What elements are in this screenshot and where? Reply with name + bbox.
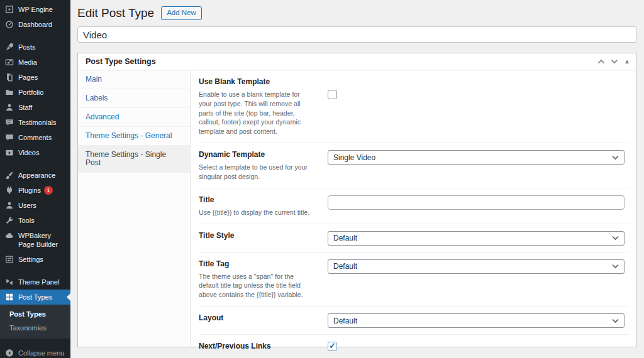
- media-icon: [5, 58, 14, 67]
- use-blank-template-checkbox[interactable]: [328, 90, 337, 99]
- page-title: Edit Post Type: [77, 6, 154, 21]
- sidebar-item-portfolio[interactable]: Portfolio: [0, 85, 70, 100]
- field-control: Default: [328, 231, 625, 246]
- sidebar-item-dashboard[interactable]: Dashboard: [0, 17, 70, 32]
- tab-advanced[interactable]: Advanced: [78, 108, 190, 127]
- sidebar-item-appearance[interactable]: Appearance: [0, 168, 70, 183]
- sidebar-item-wpbakery-page-builder[interactable]: WPBakery Page Builder: [0, 228, 70, 252]
- field-meta: Title TagThe theme uses a "span" for the…: [199, 259, 319, 300]
- field-row-layout: LayoutDefault: [191, 306, 636, 335]
- select-wrap: Default: [328, 231, 625, 246]
- sidebar-item-label: WPBakery Page Builder: [18, 231, 64, 249]
- admin-sidebar: WP EngineDashboardPostsMediaPagesPortfol…: [0, 0, 70, 358]
- sidebar-item-theme-panel[interactable]: Theme Panel: [0, 274, 70, 290]
- field-meta: Next/Previous Links: [199, 342, 319, 351]
- field-label-dynamic-template: Dynamic Template: [199, 150, 311, 160]
- sidebar-item-label: Comments: [18, 133, 52, 142]
- field-description: Use {{title}} to display the current tit…: [199, 208, 311, 217]
- metabox-handle-actions: ▲: [597, 58, 630, 65]
- field-label-next-previous-links: Next/Previous Links: [199, 342, 311, 351]
- sidebar-item-label: Post Types: [18, 293, 52, 301]
- wrench-icon: [5, 216, 14, 225]
- tab-theme-settings-general[interactable]: Theme Settings - General: [78, 127, 190, 146]
- sidebar-item-label: Testimonials: [18, 118, 57, 127]
- sidebar-item-testimonials[interactable]: Testimonials: [0, 115, 70, 130]
- tab-theme-settings-single-post[interactable]: Theme Settings - Single Post: [78, 146, 190, 173]
- sidebar-item-label: Plugins: [18, 186, 41, 195]
- field-label-title: Title: [199, 195, 311, 205]
- submenu-item-post-types[interactable]: Post Types: [0, 307, 70, 321]
- field-control: Default: [328, 313, 625, 328]
- menu-separator: [0, 32, 70, 40]
- wpengine-icon: [5, 5, 14, 14]
- move-down-icon[interactable]: [611, 59, 618, 64]
- select-wrap: Default: [328, 313, 625, 328]
- sidebar-item-label: WP Engine: [18, 5, 53, 14]
- collapse-icon: [5, 349, 14, 357]
- collapse-toggle-icon[interactable]: ▲: [624, 58, 630, 65]
- menu-separator: [0, 267, 70, 274]
- video-icon: [5, 148, 14, 157]
- sidebar-item-posts[interactable]: Posts: [0, 40, 70, 55]
- field-label-layout: Layout: [199, 313, 311, 323]
- metabox-header: Post Type Settings ▲: [78, 53, 636, 70]
- submenu-item-taxonomies[interactable]: Taxonomies: [0, 321, 70, 335]
- user-icon: [5, 201, 14, 210]
- sidebar-item-media[interactable]: Media: [0, 55, 70, 70]
- sidebar-item-pages[interactable]: Pages: [0, 70, 70, 85]
- field-meta: Dynamic TemplateSelect a template to be …: [199, 150, 319, 182]
- sidebar-item-plugins[interactable]: Plugins1: [0, 183, 70, 198]
- dashboard-icon: [5, 20, 14, 29]
- cloud-icon: [5, 231, 14, 240]
- grid-icon: [5, 293, 14, 301]
- sidebar-item-label: Media: [18, 58, 37, 67]
- brush-icon: [5, 171, 14, 180]
- next-previous-links-checkbox[interactable]: [328, 342, 337, 351]
- title-tag-select[interactable]: Default: [328, 259, 625, 274]
- field-control: [328, 342, 625, 351]
- update-count-badge: 1: [44, 186, 53, 195]
- dynamic-template-select[interactable]: Single Video: [328, 150, 625, 165]
- sidebar-item-settings[interactable]: Settings: [0, 252, 70, 267]
- metabox-title: Post Type Settings: [86, 57, 156, 66]
- field-row-title-style: Title StyleDefault: [191, 224, 636, 252]
- move-up-icon[interactable]: [597, 59, 605, 64]
- field-row-dynamic-template: Dynamic TemplateSelect a template to be …: [191, 143, 636, 188]
- field-description: The theme uses a "span" for the default …: [199, 272, 311, 300]
- sidebar-item-users[interactable]: Users: [0, 198, 70, 213]
- sidebar-item-label: Portfolio: [18, 88, 43, 97]
- plugin-icon: [5, 186, 14, 195]
- settings-tab-list: MainLabelsAdvancedTheme Settings - Gener…: [78, 70, 191, 347]
- sidebar-item-comments[interactable]: Comments: [0, 130, 70, 145]
- sidebar-item-label: Videos: [18, 148, 39, 157]
- sidebar-item-label: Settings: [18, 255, 43, 264]
- user-icon: [5, 103, 14, 112]
- sidebar-item-label: Appearance: [18, 171, 55, 180]
- sidebar-item-wp-engine[interactable]: WP Engine: [0, 2, 70, 17]
- field-control: [328, 195, 625, 217]
- sidebar-item-post-types[interactable]: Post Types: [0, 290, 70, 305]
- sidebar-item-tools[interactable]: Tools: [0, 213, 70, 228]
- title-style-select[interactable]: Default: [328, 231, 625, 246]
- testimonial-icon: [5, 118, 14, 127]
- field-row-next-previous-links: Next/Previous Links: [191, 335, 636, 358]
- settings-fields: Use Blank TemplateEnable to use a blank …: [191, 70, 636, 347]
- post-type-settings-metabox: Post Type Settings ▲ MainLabelsAdvancedT…: [77, 53, 637, 347]
- select-wrap: Default: [328, 259, 625, 274]
- sidebar-item-staff[interactable]: Staff: [0, 100, 70, 115]
- sidebar-item-videos[interactable]: Videos: [0, 145, 70, 160]
- title-input[interactable]: [328, 195, 625, 210]
- add-new-button[interactable]: Add New: [161, 6, 202, 20]
- field-meta: Use Blank TemplateEnable to use a blank …: [199, 77, 319, 136]
- field-meta: Layout: [199, 313, 319, 328]
- collapse-menu-button[interactable]: Collapse menu: [0, 345, 70, 358]
- field-label-title-tag: Title Tag: [199, 259, 311, 269]
- sidebar-item-label: Dashboard: [18, 20, 52, 29]
- theme-panel-icon: [5, 278, 14, 286]
- tab-labels[interactable]: Labels: [78, 89, 190, 108]
- layout-select[interactable]: Default: [328, 313, 625, 328]
- tab-main[interactable]: Main: [78, 70, 190, 89]
- post-type-title-input[interactable]: [77, 26, 637, 43]
- field-description: Select a template to be used for your si…: [199, 163, 311, 182]
- sidebar-item-label: Staff: [18, 103, 32, 112]
